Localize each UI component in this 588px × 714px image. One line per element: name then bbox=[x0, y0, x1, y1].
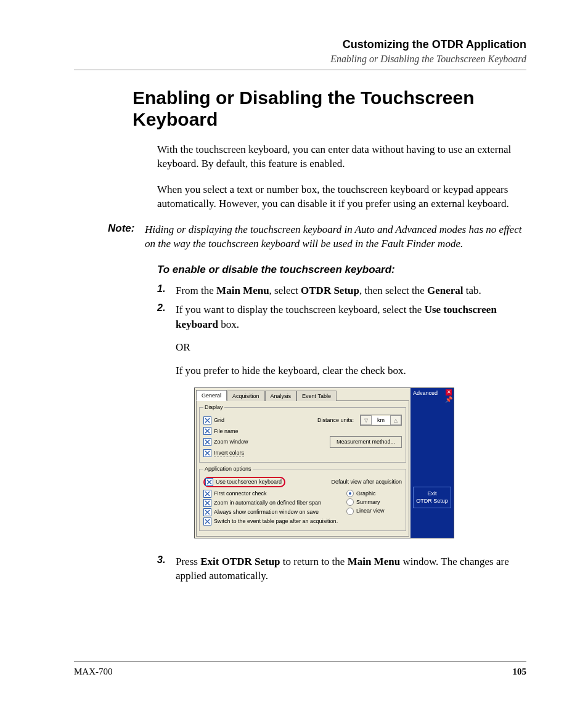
screenshot-sidebar: Advanced ✕ 📌 Exit OTDR Setup bbox=[410, 388, 454, 538]
step-text: Press Exit OTDR Setup to return to the M… bbox=[176, 554, 520, 583]
checkbox-first-connector[interactable] bbox=[203, 490, 211, 498]
label-zoom-auto: Zoom in automatically on defined fiber s… bbox=[214, 499, 321, 506]
intro-p1: With the touchscreen keyboard, you can e… bbox=[157, 142, 520, 171]
label-radio-graphic: Graphic bbox=[356, 490, 376, 497]
footer-page-number: 105 bbox=[513, 667, 527, 677]
distance-units-stepper[interactable]: ▽ km △ bbox=[360, 415, 402, 426]
tab-bar: General Acquisition Analysis Event Table bbox=[195, 388, 410, 400]
radio-graphic[interactable] bbox=[346, 490, 354, 497]
step-3: 3. Press Exit OTDR Setup to return to th… bbox=[157, 554, 520, 583]
note-text: Hiding or displaying the touchscreen key… bbox=[145, 222, 526, 251]
exit-otdr-setup-button[interactable]: Exit OTDR Setup bbox=[413, 487, 451, 508]
mode-label: Advanced bbox=[413, 389, 438, 397]
note-label: Note: bbox=[108, 222, 145, 251]
footer-model: MAX-700 bbox=[74, 667, 113, 677]
intro-p2: When you select a text or number box, th… bbox=[157, 182, 520, 211]
step-number: 1. bbox=[157, 283, 176, 298]
checkbox-zoom-window[interactable] bbox=[203, 438, 211, 446]
procedure-heading: To enable or disable the touchscreen key… bbox=[157, 264, 520, 276]
label-distance-units: Distance units: bbox=[317, 416, 354, 424]
label-use-touchscreen: Use touchscreen keyboard bbox=[216, 478, 282, 485]
step-2: 2. If you want to display the touchscree… bbox=[157, 302, 520, 549]
label-radio-summary: Summary bbox=[356, 498, 380, 506]
screenshot-otdr-setup: General Acquisition Analysis Event Table… bbox=[194, 387, 454, 538]
page-footer: MAX-700 105 bbox=[74, 661, 526, 677]
checkbox-grid[interactable] bbox=[203, 416, 211, 424]
header-title: Customizing the OTDR Application bbox=[74, 38, 526, 51]
measurement-method-button[interactable]: Measurement method... bbox=[330, 436, 402, 447]
step-1: 1. From the Main Menu, select OTDR Setup… bbox=[157, 283, 520, 298]
tab-general[interactable]: General bbox=[196, 390, 227, 401]
checkbox-switch-event[interactable] bbox=[203, 517, 211, 525]
label-grid: Grid bbox=[214, 416, 224, 424]
tab-acquisition[interactable]: Acquisition bbox=[227, 391, 265, 401]
step-number: 2. bbox=[157, 302, 176, 549]
step-text: If you want to display the touchscreen k… bbox=[176, 302, 520, 549]
step-or: OR bbox=[176, 340, 520, 354]
checkbox-use-touchscreen[interactable] bbox=[205, 478, 213, 486]
distance-units-value: km bbox=[372, 416, 390, 424]
step-number: 3. bbox=[157, 554, 176, 583]
app-options-legend: Application options bbox=[203, 465, 253, 473]
running-header: Customizing the OTDR Application Enablin… bbox=[74, 38, 526, 65]
label-always-confirm: Always show confirmation window on save bbox=[214, 508, 319, 516]
label-invert-colors: Invert colors bbox=[214, 449, 244, 457]
checkbox-filename[interactable] bbox=[203, 427, 211, 435]
checkbox-always-confirm[interactable] bbox=[203, 508, 211, 516]
display-legend: Display bbox=[203, 404, 224, 411]
close-icon[interactable]: ✕ bbox=[446, 389, 452, 396]
step-alt: If you prefer to hide the keyboard, clea… bbox=[176, 363, 520, 378]
stepper-down-icon[interactable]: ▽ bbox=[361, 415, 372, 425]
tab-event-table[interactable]: Event Table bbox=[296, 391, 337, 401]
label-switch-event: Switch to the event table page after an … bbox=[214, 517, 338, 525]
step-text: From the Main Menu, select OTDR Setup, t… bbox=[176, 283, 520, 298]
radio-linear[interactable] bbox=[346, 508, 354, 515]
label-first-connector: First connector check bbox=[214, 490, 267, 497]
display-group: Display Grid Distance units: ▽ km △ bbox=[199, 404, 406, 463]
header-rule bbox=[74, 70, 526, 70]
header-subtitle: Enabling or Disabling the Touchscreen Ke… bbox=[74, 54, 526, 65]
checkbox-invert-colors[interactable] bbox=[203, 449, 211, 457]
label-filename: File name bbox=[214, 428, 239, 435]
tab-analysis[interactable]: Analysis bbox=[265, 391, 297, 401]
note-block: Note: Hiding or displaying the touchscre… bbox=[108, 222, 526, 251]
app-options-group: Application options Use touchscreen keyb… bbox=[199, 465, 406, 530]
section-heading: Enabling or Disabling the Touchscreen Ke… bbox=[133, 87, 526, 130]
stepper-up-icon[interactable]: △ bbox=[390, 415, 401, 425]
checkbox-zoom-auto[interactable] bbox=[203, 499, 211, 507]
label-radio-linear: Linear view bbox=[356, 507, 385, 514]
label-default-view: Default view after acquisition bbox=[331, 478, 402, 485]
label-zoom-window: Zoom window bbox=[214, 438, 248, 445]
pin-icon[interactable]: 📌 bbox=[445, 397, 452, 403]
highlight-use-touchscreen: Use touchscreen keyboard bbox=[203, 477, 285, 487]
radio-summary[interactable] bbox=[346, 498, 354, 506]
